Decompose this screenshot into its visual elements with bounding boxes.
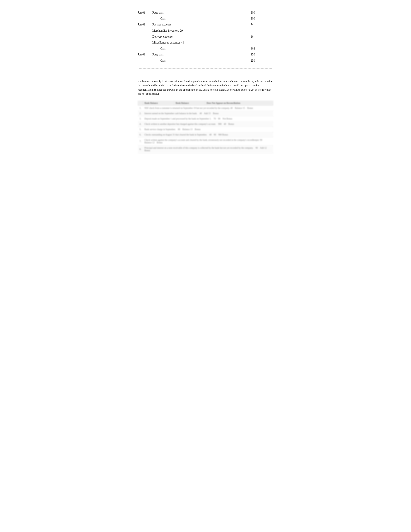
entry-account-1: Petty cash bbox=[152, 11, 251, 15]
section-description: A table for a monthly bank reconciliatio… bbox=[138, 79, 273, 96]
journal-entry-2: Cash 200 bbox=[138, 16, 273, 22]
row-desc: Check written against the company's acco… bbox=[143, 137, 273, 145]
entry-debit-7: 162 bbox=[251, 47, 262, 51]
row-num: 1. bbox=[138, 105, 143, 111]
journal-section: Jan 01 Petty cash 200 Cash 200 Jan 08 Po… bbox=[138, 10, 273, 64]
row-desc: Checks outstanding on August 31 that cle… bbox=[143, 132, 273, 137]
row-desc: NSF check from a customer is returned on… bbox=[143, 105, 273, 111]
entry-account-9: Cash bbox=[152, 59, 251, 63]
col-header-book: Book Balance bbox=[174, 101, 205, 105]
entry-date-8: Jan 08 bbox=[138, 53, 152, 57]
entry-debit-9: 250 bbox=[251, 59, 262, 63]
entry-debit-5: 16 bbox=[251, 35, 262, 39]
table-row: 2. Interest earned on the September cash… bbox=[138, 111, 273, 116]
entry-debit-2: 200 bbox=[251, 17, 262, 21]
entry-debit-8: 250 bbox=[251, 53, 262, 57]
entry-account-3: Postage expense bbox=[152, 23, 251, 27]
journal-entry-6: Miscellaneous expenses 43 bbox=[138, 40, 273, 46]
journal-entry-4: Merchandise inventory 29 bbox=[138, 28, 273, 34]
section-divider bbox=[138, 68, 273, 69]
blurred-reconciliation-table: Bank Balance Book Balance Does Not Appea… bbox=[138, 101, 273, 153]
row-num: 8. bbox=[138, 145, 143, 153]
entry-date-1: Jan 01 bbox=[138, 11, 152, 15]
entry-account-5: Delivery expense bbox=[152, 35, 251, 39]
row-desc: Bank service charge in September. 80 Bal… bbox=[143, 127, 273, 132]
row-desc: Deposit made on September 1 and processe… bbox=[143, 116, 273, 121]
row-num: 3. bbox=[138, 116, 143, 121]
reconciliation-table: Bank Balance Book Balance Does Not Appea… bbox=[138, 101, 273, 153]
entry-debit-1: 200 bbox=[251, 11, 262, 15]
entry-account-4: Merchandise inventory 29 bbox=[152, 29, 251, 33]
section3-area: 3. A table for a monthly bank reconcilia… bbox=[138, 74, 273, 153]
col-header-bank: Bank Balance bbox=[143, 101, 174, 105]
journal-entry-8: Jan 08 Petty cash 250 bbox=[138, 52, 273, 57]
table-row: 6. Checks outstanding on August 31 that … bbox=[138, 132, 273, 137]
table-row: 3. Deposit made on September 1 and proce… bbox=[138, 116, 273, 121]
table-row: 7. Check written against the company's a… bbox=[138, 137, 273, 145]
col-header-item bbox=[138, 101, 143, 105]
entry-account-8: Petty cash bbox=[152, 53, 251, 57]
row-num: 6. bbox=[138, 132, 143, 137]
entry-debit-3: 74 bbox=[251, 23, 262, 27]
journal-entry-3: Jan 08 Postage expense 74 bbox=[138, 22, 273, 28]
journal-entry-9: Cash 250 bbox=[138, 58, 273, 64]
table-row: 5. Bank service charge in September. 80 … bbox=[138, 127, 273, 132]
table-row: 4. Check written to another depositor bu… bbox=[138, 121, 273, 127]
row-num: 2. bbox=[138, 111, 143, 116]
row-num: 5. bbox=[138, 127, 143, 132]
entry-account-2: Cash bbox=[152, 17, 251, 21]
entry-account-7: Cash bbox=[152, 47, 251, 51]
row-num: 7. bbox=[138, 137, 143, 145]
col-header-na: Does Not Appear on Reconciliation bbox=[205, 101, 273, 105]
journal-entry-7: Cash 162 bbox=[138, 46, 273, 52]
entry-date-3: Jan 08 bbox=[138, 23, 152, 27]
table-row: 8. Principal and interest on a note rece… bbox=[138, 145, 273, 153]
row-desc: Check written to another depositor but c… bbox=[143, 121, 273, 127]
journal-entry-1: Jan 01 Petty cash 200 bbox=[138, 10, 273, 16]
table-row: 1. NSF check from a customer is returned… bbox=[138, 105, 273, 111]
journal-entry-5: Delivery expense 16 bbox=[138, 34, 273, 40]
row-desc: Principal and interest on a note receiva… bbox=[143, 145, 273, 153]
section-number: 3. bbox=[138, 74, 273, 77]
entry-account-6: Miscellaneous expenses 43 bbox=[152, 41, 251, 45]
row-desc: Interest earned on the September cash ba… bbox=[143, 111, 273, 116]
row-num: 4. bbox=[138, 121, 143, 127]
